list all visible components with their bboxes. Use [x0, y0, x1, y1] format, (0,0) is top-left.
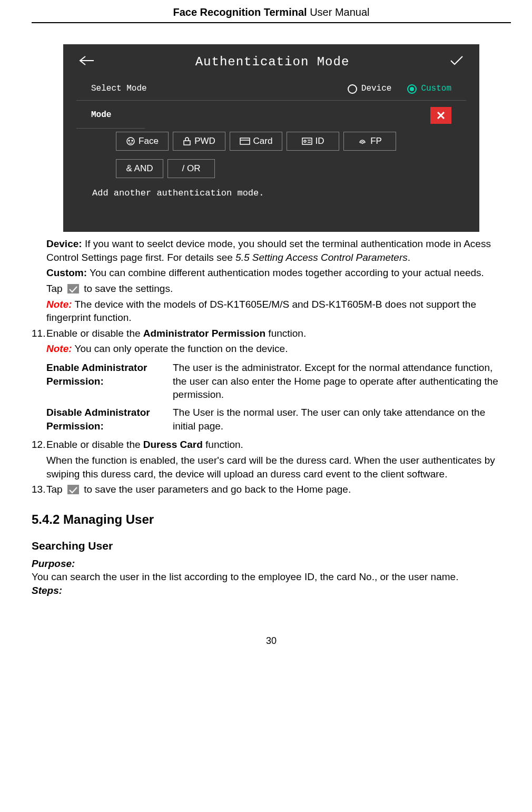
radio-custom[interactable]: Custom: [407, 83, 451, 95]
hint-text: Add another authentication mode.: [63, 178, 479, 200]
fp-button[interactable]: FP: [343, 132, 396, 151]
step-11: 11. Enable or disable the Administrator …: [32, 327, 511, 340]
purpose-label: Purpose:: [32, 557, 511, 571]
pwd-button[interactable]: PWD: [173, 132, 225, 151]
header-bold: Face Recognition Terminal: [173, 6, 307, 18]
table-row: Disable Administrator Permission: The Us…: [46, 404, 511, 435]
radio-device[interactable]: Device: [348, 83, 392, 95]
custom-paragraph: Custom: You can combine different authen…: [46, 266, 511, 280]
section-heading: 5.4.2 Managing User: [32, 511, 511, 528]
svg-point-7: [304, 140, 306, 142]
note-1: Note: The device with the models of DS-K…: [46, 298, 511, 325]
check-icon: [67, 284, 79, 294]
svg-point-1: [129, 140, 130, 141]
device-paragraph: Device: If you want to seelct device mod…: [46, 237, 511, 264]
svg-point-0: [127, 138, 134, 145]
confirm-icon[interactable]: [450, 55, 464, 70]
svg-rect-4: [240, 138, 250, 144]
auth-mode-screenshot: Authentication Mode Select Mode Device C…: [63, 44, 479, 232]
select-mode-label: Select Mode: [91, 83, 332, 95]
screenshot-title: Authentication Mode: [195, 54, 350, 71]
or-button[interactable]: / OR: [168, 159, 215, 178]
steps-label: Steps:: [32, 584, 511, 598]
card-button[interactable]: Card: [230, 132, 282, 151]
svg-rect-3: [184, 141, 190, 145]
purpose-text: You can search the user in the list acco…: [32, 570, 511, 584]
definitions-table: Enable Administrator Permission: The use…: [46, 359, 511, 435]
step-12: 12. Enable or disable the Duress Card fu…: [32, 438, 511, 452]
page-number: 30: [32, 634, 511, 647]
subsection-heading: Searching User: [32, 539, 511, 553]
radio-circle-icon: [407, 84, 417, 94]
delete-mode-button[interactable]: [430, 107, 451, 124]
page-header: Face Recognition Terminal User Manual: [32, 0, 511, 23]
step-12-desc: When the function is enabled, the user's…: [46, 454, 511, 481]
header-thin: User Manual: [307, 6, 370, 18]
tap-save-paragraph: Tap to save the settings.: [46, 282, 511, 296]
face-button[interactable]: Face: [116, 132, 169, 151]
radio-circle-icon: [348, 84, 357, 94]
step-13: 13. Tap to save the user parameters and …: [32, 483, 511, 496]
svg-point-2: [132, 140, 133, 141]
note-2: Note: You can only operate the function …: [46, 342, 511, 356]
id-button[interactable]: ID: [287, 132, 339, 151]
mode-label: Mode: [91, 110, 430, 121]
check-icon: [67, 485, 79, 494]
back-icon[interactable]: [79, 55, 95, 70]
table-row: Enable Administrator Permission: The use…: [46, 359, 511, 404]
and-button[interactable]: & AND: [116, 159, 163, 178]
